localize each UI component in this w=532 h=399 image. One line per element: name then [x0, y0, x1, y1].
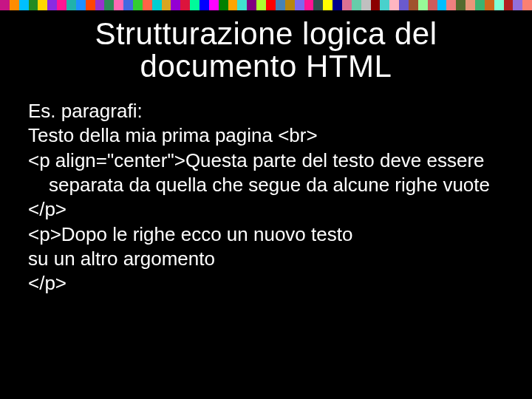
stripe-segment — [513, 0, 522, 10]
stripe-segment — [399, 0, 409, 10]
stripe-segment — [522, 0, 532, 10]
stripe-segment — [76, 0, 86, 10]
stripe-segment — [219, 0, 228, 10]
stripe-segment — [409, 0, 418, 10]
stripe-segment — [504, 0, 514, 10]
body-line-7: </p> — [28, 271, 504, 296]
stripe-segment — [38, 0, 47, 10]
stripe-segment — [352, 0, 361, 10]
stripe-segment — [114, 0, 123, 10]
stripe-segment — [209, 0, 219, 10]
body-line-5: <p>Dopo le righe ecco un nuovo testo — [28, 222, 504, 247]
stripe-segment — [446, 0, 456, 10]
stripe-segment — [10, 0, 19, 10]
stripe-segment — [437, 0, 447, 10]
stripe-segment — [143, 0, 152, 10]
body-line-4: </p> — [28, 197, 504, 222]
stripe-segment — [361, 0, 371, 10]
body-line-2: Testo della mia prima pagina <br> — [28, 123, 504, 148]
slide-title: Strutturazione logica del documento HTML — [0, 0, 532, 83]
decorative-stripe — [0, 0, 532, 10]
stripe-segment — [200, 0, 209, 10]
stripe-segment — [66, 0, 76, 10]
stripe-segment — [152, 0, 162, 10]
body-line-1: Es. paragrafi: — [28, 99, 504, 123]
stripe-segment — [47, 0, 57, 10]
stripe-segment — [57, 0, 66, 10]
stripe-segment — [104, 0, 114, 10]
slide: Strutturazione logica del documento HTML… — [0, 0, 532, 399]
stripe-segment — [342, 0, 352, 10]
title-line-1: Strutturazione logica del — [95, 16, 437, 51]
stripe-segment — [256, 0, 266, 10]
stripe-segment — [494, 0, 504, 10]
stripe-segment — [389, 0, 399, 10]
stripe-segment — [418, 0, 428, 10]
stripe-segment — [323, 0, 332, 10]
stripe-segment — [171, 0, 180, 10]
stripe-segment — [332, 0, 342, 10]
stripe-segment — [304, 0, 314, 10]
stripe-segment — [162, 0, 171, 10]
title-line-2: documento HTML — [140, 49, 392, 83]
stripe-segment — [313, 0, 323, 10]
stripe-segment — [86, 0, 95, 10]
body-line-3: <p align="center">Questa parte del testo… — [28, 149, 504, 198]
stripe-segment — [247, 0, 256, 10]
stripe-segment — [237, 0, 247, 10]
stripe-segment — [380, 0, 389, 10]
stripe-segment — [29, 0, 38, 10]
stripe-segment — [133, 0, 143, 10]
stripe-segment — [428, 0, 437, 10]
stripe-segment — [0, 0, 10, 10]
slide-body: Es. paragrafi: Testo della mia prima pag… — [0, 83, 532, 296]
body-line-6: su un altro argomento — [28, 247, 504, 271]
stripe-segment — [485, 0, 494, 10]
stripe-segment — [123, 0, 133, 10]
stripe-segment — [190, 0, 200, 10]
stripe-segment — [180, 0, 190, 10]
stripe-segment — [371, 0, 381, 10]
stripe-segment — [475, 0, 485, 10]
stripe-segment — [266, 0, 276, 10]
stripe-segment — [276, 0, 285, 10]
stripe-segment — [95, 0, 105, 10]
stripe-segment — [228, 0, 238, 10]
stripe-segment — [295, 0, 304, 10]
stripe-segment — [285, 0, 295, 10]
stripe-segment — [466, 0, 475, 10]
stripe-segment — [456, 0, 466, 10]
stripe-segment — [19, 0, 29, 10]
